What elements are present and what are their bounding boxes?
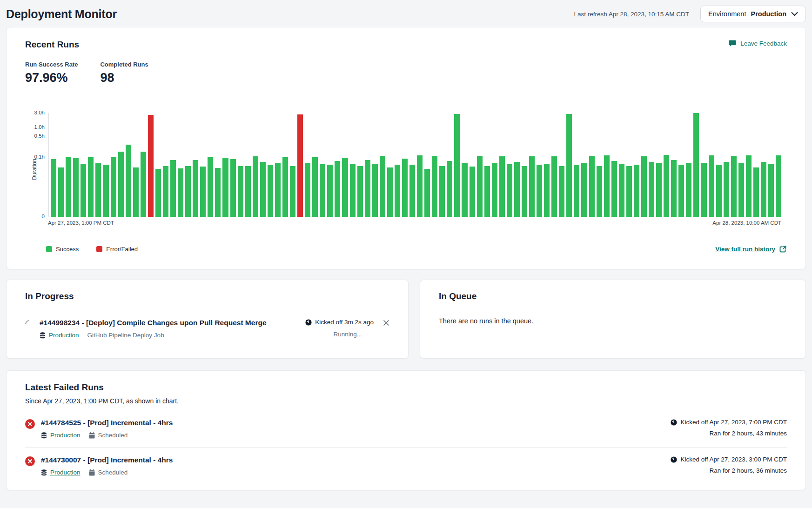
- chart-bar-success[interactable]: [462, 163, 467, 217]
- chart-bar-success[interactable]: [58, 167, 64, 217]
- chart-bar-success[interactable]: [716, 165, 722, 217]
- chart-bar-success[interactable]: [253, 156, 258, 217]
- chart-bar-success[interactable]: [514, 162, 520, 217]
- chart-bar-error[interactable]: [297, 114, 303, 217]
- chart-bar-success[interactable]: [222, 158, 228, 217]
- chart-bar-success[interactable]: [499, 156, 505, 217]
- chart-bar-success[interactable]: [589, 156, 595, 217]
- environment-link[interactable]: Production: [49, 332, 79, 339]
- chart-bar-success[interactable]: [342, 158, 348, 217]
- chart-bar-success[interactable]: [185, 166, 191, 217]
- chart-bar-success[interactable]: [365, 160, 370, 217]
- chart-bar-success[interactable]: [581, 163, 587, 217]
- chart-bar-success[interactable]: [409, 165, 415, 217]
- chart-bar-success[interactable]: [634, 165, 639, 217]
- environment-link[interactable]: Production: [50, 469, 81, 476]
- environment-link[interactable]: Production: [50, 432, 81, 439]
- chart-bar-success[interactable]: [178, 168, 183, 217]
- chart-bar-success[interactable]: [604, 155, 610, 217]
- chart-bar-success[interactable]: [611, 161, 617, 217]
- chart-bar-success[interactable]: [312, 157, 318, 217]
- chart-bar-success[interactable]: [260, 162, 266, 217]
- chart-bar-success[interactable]: [432, 156, 437, 217]
- chart-bar-success[interactable]: [320, 164, 325, 217]
- chart-bar-success[interactable]: [73, 158, 79, 217]
- chart-bar-success[interactable]: [626, 166, 632, 217]
- chart-bar-success[interactable]: [372, 164, 378, 217]
- chart-bar-success[interactable]: [417, 155, 423, 217]
- chart-bar-success[interactable]: [566, 114, 572, 217]
- chart-bar-success[interactable]: [395, 165, 400, 217]
- chart-bar-success[interactable]: [574, 165, 579, 217]
- chart-bar-success[interactable]: [66, 157, 71, 217]
- chart-bar-success[interactable]: [193, 160, 198, 217]
- chart-bar-success[interactable]: [95, 163, 101, 217]
- chart-bar-success[interactable]: [133, 167, 139, 217]
- chart-bar-success[interactable]: [275, 163, 281, 217]
- chart-bar-success[interactable]: [551, 156, 557, 217]
- chart-bar-success[interactable]: [200, 167, 206, 217]
- chart-bar-success[interactable]: [738, 163, 744, 217]
- chart-bar-success[interactable]: [656, 163, 662, 217]
- leave-feedback-link[interactable]: Leave Feedback: [729, 40, 787, 47]
- chart-bar-success[interactable]: [51, 159, 56, 217]
- chart-bar-success[interactable]: [208, 157, 213, 217]
- chart-bar-success[interactable]: [649, 162, 654, 217]
- chart-bar-success[interactable]: [163, 166, 168, 217]
- chart-bar-success[interactable]: [470, 167, 475, 217]
- chart-bar-success[interactable]: [88, 157, 94, 217]
- chart-bar-success[interactable]: [103, 165, 108, 217]
- chart-bar-success[interactable]: [327, 165, 333, 217]
- chart-bar-success[interactable]: [477, 156, 483, 217]
- chart-bar-success[interactable]: [529, 156, 535, 217]
- chart-bar-success[interactable]: [768, 164, 774, 217]
- chart-bar-success[interactable]: [709, 155, 714, 217]
- chart-bar-success[interactable]: [245, 166, 251, 217]
- view-full-run-history-link[interactable]: View full run history: [715, 245, 787, 253]
- chart-bar-success[interactable]: [724, 162, 729, 217]
- chart-bar-success[interactable]: [268, 165, 273, 217]
- chart-bar-success[interactable]: [111, 157, 116, 217]
- chart-bar-success[interactable]: [290, 166, 295, 217]
- chart-bar-success[interactable]: [671, 160, 677, 217]
- chart-bar-success[interactable]: [731, 156, 737, 217]
- chart-bar-success[interactable]: [559, 166, 564, 217]
- chart-bar-success[interactable]: [387, 167, 393, 217]
- chart-bar-success[interactable]: [126, 145, 131, 217]
- chart-bar-success[interactable]: [215, 168, 221, 217]
- chart-bar-success[interactable]: [693, 113, 699, 217]
- chart-bar-success[interactable]: [678, 165, 684, 217]
- chart-bar-success[interactable]: [686, 163, 691, 217]
- chart-bar-success[interactable]: [761, 162, 766, 217]
- chart-bar-success[interactable]: [619, 164, 624, 217]
- chart-bar-success[interactable]: [522, 166, 527, 217]
- chart-bar-success[interactable]: [454, 114, 460, 217]
- chart-bar-success[interactable]: [597, 166, 602, 217]
- chart-bar-success[interactable]: [141, 152, 146, 217]
- environment-dropdown[interactable]: Environment Production: [700, 6, 806, 22]
- chart-bar-error[interactable]: [148, 115, 154, 217]
- chart-bar-success[interactable]: [350, 164, 356, 217]
- chart-bar-success[interactable]: [155, 169, 161, 217]
- chart-bar-success[interactable]: [118, 152, 124, 217]
- chart-bar-success[interactable]: [776, 155, 781, 217]
- chart-bar-success[interactable]: [439, 166, 445, 217]
- chart-bar-success[interactable]: [641, 156, 647, 217]
- chart-bar-success[interactable]: [282, 157, 288, 217]
- chart-bar-success[interactable]: [81, 164, 86, 217]
- chart-bar-success[interactable]: [424, 169, 430, 217]
- chart-bar-success[interactable]: [753, 167, 759, 217]
- chart-bar-success[interactable]: [492, 163, 497, 217]
- chart-bar-success[interactable]: [447, 161, 452, 217]
- dismiss-run-button[interactable]: [383, 320, 389, 328]
- chart-bar-success[interactable]: [507, 164, 512, 217]
- chart-bar-success[interactable]: [170, 160, 176, 217]
- chart-bar-success[interactable]: [544, 164, 550, 217]
- chart-bar-success[interactable]: [357, 166, 363, 217]
- chart-bar-success[interactable]: [402, 159, 408, 217]
- chart-bar-success[interactable]: [230, 159, 236, 217]
- chart-bar-success[interactable]: [238, 166, 243, 217]
- chart-bar-success[interactable]: [335, 161, 340, 217]
- chart-bar-success[interactable]: [664, 155, 669, 217]
- chart-bar-success[interactable]: [537, 165, 542, 217]
